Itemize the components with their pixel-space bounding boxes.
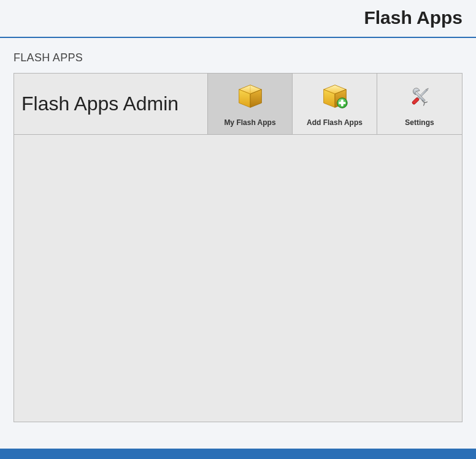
- tab-label: Add Flash Apps: [307, 118, 363, 127]
- tab-settings[interactable]: Settings: [377, 74, 462, 134]
- app-title: Flash Apps: [364, 7, 463, 28]
- tab-label: Settings: [405, 118, 434, 127]
- tab-label: My Flash Apps: [224, 118, 275, 127]
- admin-header: Flash Apps Admin: [14, 74, 462, 135]
- tab-add-flash-apps[interactable]: Add Flash Apps: [293, 74, 377, 134]
- wrench-icon: [406, 83, 433, 110]
- admin-title: Flash Apps Admin: [14, 74, 208, 134]
- box-add-icon: [321, 83, 348, 110]
- page-heading: FLASH APPS: [0, 38, 476, 73]
- app-header: Flash Apps: [0, 0, 476, 38]
- svg-rect-9: [339, 102, 345, 104]
- tab-my-flash-apps[interactable]: My Flash Apps: [208, 74, 293, 134]
- box-icon: [237, 83, 264, 110]
- footer-bar: [0, 449, 476, 459]
- admin-panel: Flash Apps Admin: [13, 73, 463, 422]
- content-area: [14, 135, 462, 422]
